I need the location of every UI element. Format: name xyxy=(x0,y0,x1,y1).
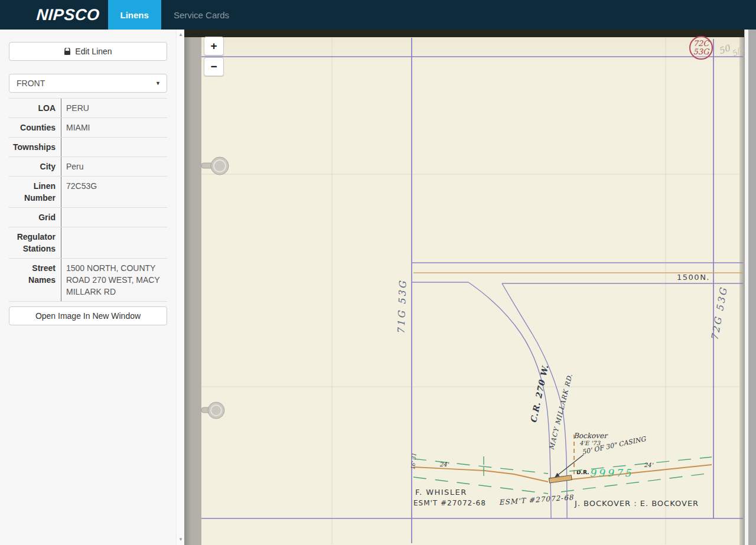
open-image-label: Open Image In New Window xyxy=(35,311,141,321)
field-label: Townships xyxy=(9,138,61,156)
linen-number-stamp: 72C 53G xyxy=(690,37,712,59)
stamp-text-top: 72C xyxy=(693,39,711,48)
field-label: Counties xyxy=(9,118,61,137)
grid-label-right: 72G 53G xyxy=(709,286,729,341)
sidebar-scrollbar[interactable]: ▲ ▼ xyxy=(176,30,184,545)
side-select-value: FRONT xyxy=(17,79,45,88)
tab-service-cards[interactable]: Service Cards xyxy=(161,0,242,30)
linen-image-viewer[interactable]: 72C 53G 50 5/2 71G 53G 72G 53G 1500N. C.… xyxy=(184,30,756,545)
field-value: Peru xyxy=(61,157,167,176)
field-value: PERU xyxy=(61,99,167,118)
owner-bockover: J. BOCKOVER : E. BOCKOVER xyxy=(574,499,699,508)
nipsco-logo: NIPSCO xyxy=(35,0,100,30)
field-row-linen-number: Linen Number 72C53G xyxy=(9,177,167,208)
open-image-new-window-button[interactable]: Open Image In New Window xyxy=(9,306,167,325)
caret-down-icon: ▼ xyxy=(155,80,161,86)
field-row-regulator-stations: Regulator Stations xyxy=(9,227,167,259)
tab-linens[interactable]: Linens xyxy=(108,0,161,30)
field-value: 1500 NORTH, COUNTY ROAD 270 WEST, MACY M… xyxy=(61,259,167,301)
pencil-note-50: 50 xyxy=(717,43,732,57)
road-label-1500n: 1500N. xyxy=(677,273,710,282)
zoom-in-button[interactable]: + xyxy=(204,37,224,56)
field-label: Grid xyxy=(9,208,61,227)
linen-drawing: 72C 53G 50 5/2 71G 53G 72G 53G 1500N. C.… xyxy=(184,30,756,545)
easement-italic: ESM'T #27072-68 xyxy=(498,493,574,507)
lock-icon xyxy=(64,48,71,56)
green-job-number: 99975 xyxy=(589,467,633,479)
owner-whisler: F. WHISLER xyxy=(415,488,467,497)
field-label: Linen Number xyxy=(9,177,61,207)
road-name-macy-millark: MACY MILLARK RD. xyxy=(548,373,574,451)
field-value: MIAMI xyxy=(61,118,167,137)
app-header: NIPSCO Linens Service Cards xyxy=(0,0,756,30)
dimension-left: 24' xyxy=(439,461,449,468)
field-row-grid: Grid xyxy=(9,208,167,227)
grommet-pin-top xyxy=(201,157,229,175)
field-label: City xyxy=(9,157,61,176)
scroll-up-icon[interactable]: ▲ xyxy=(177,31,185,39)
field-value xyxy=(61,208,167,227)
pencil-note-52: 5/2 xyxy=(730,44,745,58)
paper-scan-shadows xyxy=(202,38,739,544)
stamp-text-bottom: 53G xyxy=(693,47,711,56)
purple-border-lines xyxy=(201,38,743,543)
field-row-street-names: Street Names 1500 NORTH, COUNTY ROAD 270… xyxy=(9,259,167,302)
field-row-townships: Townships xyxy=(9,138,167,157)
side-select[interactable]: FRONT ▼ xyxy=(9,74,167,93)
scroll-down-icon[interactable]: ▼ xyxy=(177,536,185,544)
road-cr270-curves xyxy=(468,282,567,518)
field-label: Regulator Stations xyxy=(9,227,61,258)
linen-fields-table: LOA PERU Counties MIAMI Townships City P… xyxy=(9,98,167,302)
grommet-pin-bottom xyxy=(201,402,224,419)
sidebar: Edit Linen FRONT ▼ LOA PERU Counties MIA… xyxy=(0,30,176,545)
dimension-right: 24' xyxy=(644,462,654,468)
field-label: Street Names xyxy=(9,259,61,301)
field-row-counties: Counties MIAMI xyxy=(9,118,167,138)
field-label: LOA xyxy=(9,99,61,118)
easement-whisler: ESM'T #27072-68 xyxy=(413,499,486,507)
grid-label-left: 71G 53G xyxy=(395,279,408,334)
field-row-loa: LOA PERU xyxy=(9,99,167,118)
zoom-controls: + − xyxy=(204,37,224,78)
bockover-note-line1: Bockover xyxy=(573,432,608,440)
edit-linen-button[interactable]: Edit Linen xyxy=(9,42,167,61)
tab-linens-label: Linens xyxy=(120,10,149,20)
road-name-cr270: C.R. 270 W. xyxy=(529,364,550,424)
edit-linen-label: Edit Linen xyxy=(75,47,112,56)
field-value: 72C53G xyxy=(61,177,167,207)
field-row-city: City Peru xyxy=(9,157,167,177)
field-value xyxy=(61,227,167,258)
tab-service-cards-label: Service Cards xyxy=(174,10,229,20)
zoom-out-button[interactable]: − xyxy=(204,57,224,76)
casing-symbol xyxy=(549,475,572,483)
field-value xyxy=(61,138,167,156)
